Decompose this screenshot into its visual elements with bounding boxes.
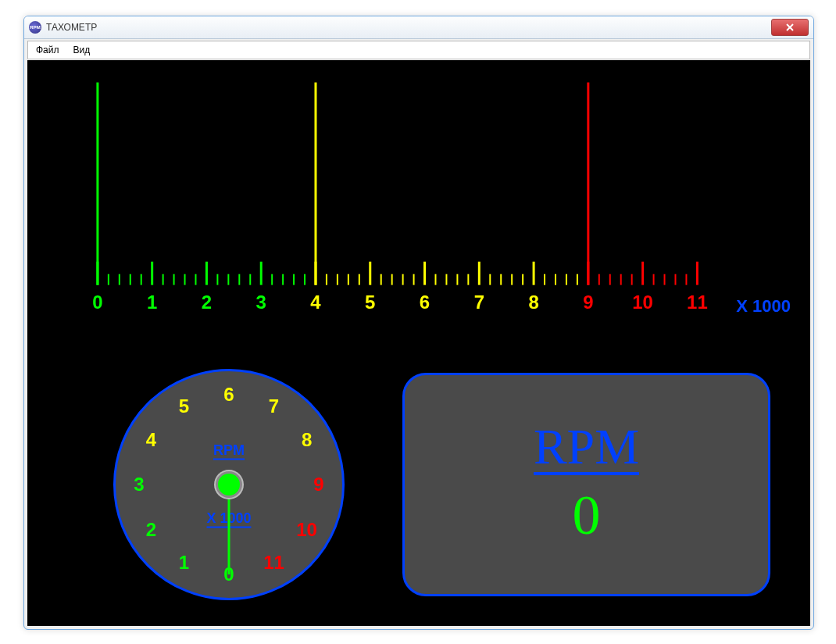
dial-label-5: 5 [173,395,196,417]
dial-center-hub [218,474,240,496]
dial-rpm-label: RPM [213,442,245,460]
dial-label-8: 8 [295,429,319,451]
scale-label-1: 1 [147,292,157,313]
dial-needle [228,485,230,574]
dial-label-4: 4 [139,429,163,451]
linear-tachometer: 01234567891011 X 1000 [74,82,791,317]
linear-scale-svg: 01234567891011 [74,82,791,317]
dial-label-3: 3 [127,474,151,496]
app-icon: RPM [29,21,41,34]
title-bar[interactable]: RPM ТАХОМЕТР [24,16,813,39]
window-title: ТАХОМЕТР [46,22,97,33]
close-button[interactable] [771,19,809,36]
scale-unit-label: X 1000 [736,296,791,317]
scale-label-7: 7 [474,292,484,313]
scale-label-0: 0 [92,292,102,313]
scale-label-6: 6 [420,292,430,313]
scale-label-10: 10 [632,292,653,313]
dial-label-2: 2 [139,519,163,541]
menu-view[interactable]: Вид [69,43,95,57]
dial-face: 01234567891011 RPM X 1000 [113,369,345,600]
content-area: 01234567891011 X 1000 01234567891011 RPM… [27,60,810,626]
scale-label-4: 4 [310,292,321,313]
scale-label-3: 3 [256,292,266,313]
dial-label-10: 10 [295,519,319,541]
dial-label-6: 6 [217,384,241,406]
app-window: RPM ТАХОМЕТР Файл Вид 01234567891011 X 1… [23,16,814,630]
scale-label-11: 11 [687,292,708,313]
menu-bar: Файл Вид [27,41,810,59]
dial-tachometer: 01234567891011 RPM X 1000 [113,369,340,596]
readout-label: RPM [534,422,639,475]
digital-readout: RPM 0 [402,373,770,596]
dial-label-1: 1 [173,552,196,574]
dial-label-9: 9 [307,474,330,496]
menu-file[interactable]: Файл [31,43,64,57]
scale-label-5: 5 [365,292,375,313]
readout-value: 0 [573,483,601,548]
scale-label-2: 2 [202,292,212,313]
dial-label-11: 11 [263,552,286,574]
close-icon [785,23,795,32]
scale-label-9: 9 [583,292,593,313]
dial-label-7: 7 [263,395,286,417]
scale-label-8: 8 [528,292,538,313]
